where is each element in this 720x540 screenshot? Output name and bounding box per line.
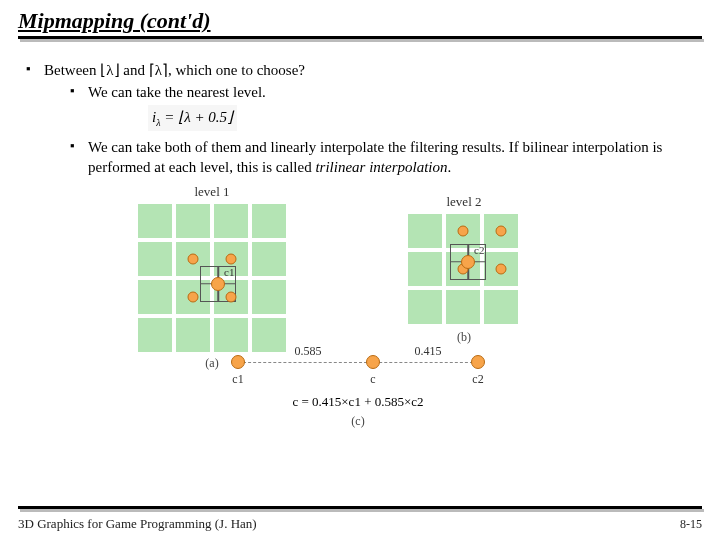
caption-b: (b) [408,330,520,345]
footer-rule [18,506,702,512]
sub-bullet-trilinear-suffix: . [448,159,452,175]
texel-dot [458,225,469,236]
title-rule [18,36,702,42]
page-number: 8-15 [680,517,702,532]
caption-c: (c) [228,414,488,429]
texel-dot [188,291,199,302]
footer-text: 3D Graphics for Game Programming (J. Han… [18,516,257,532]
bullet-list: Between ⌊λ⌋ and ⌈λ⌉, which one to choose… [18,60,702,178]
interp-dot-c2 [471,355,485,369]
interp-label-c2: c2 [472,372,483,387]
interp-line: 0.585 0.415 c1 c c2 [228,344,488,384]
slide-title: Mipmapping (cont'd) [18,8,702,34]
sample-dot-c2 [461,255,475,269]
slide-container: Mipmapping (cont'd) Between ⌊λ⌋ and ⌈λ⌉,… [0,0,720,540]
interp-label-c: c [370,372,375,387]
weight-2: 0.415 [415,344,442,359]
interp-label-c1: c1 [232,372,243,387]
texel-dot [226,253,237,264]
interp-formula: c = 0.415×c1 + 0.585×c2 [228,394,488,410]
sub-bullet-trilinear: We can take both of them and linearly in… [70,137,702,178]
texel-dot [226,291,237,302]
sample-dot-c1 [211,277,225,291]
figure-level1: level 1 c1 (a) [138,184,286,371]
sub-bullet-nearest: We can take the nearest level. iλ = ⌊λ +… [70,82,702,131]
sub-bullet-nearest-text: We can take the nearest level. [88,84,266,100]
weight-1: 0.585 [295,344,322,359]
sub-bullet-list: We can take the nearest level. iλ = ⌊λ +… [44,82,702,177]
figure-interp: 0.585 0.415 c1 c c2 c = 0.415×c1 + 0.585… [228,344,488,429]
level2-label: level 2 [408,194,520,210]
level1-label: level 1 [138,184,286,200]
grid-4x4: c1 [138,204,286,352]
figure-area: level 1 c1 (a) level 2 [18,184,702,434]
texel-dot [188,253,199,264]
interp-dot-c1 [231,355,245,369]
formula-nearest-row: iλ = ⌊λ + 0.5⌋ [88,105,702,132]
bullet-main-text: Between ⌊λ⌋ and ⌈λ⌉, which one to choose… [44,62,305,78]
texel-dot [496,263,507,274]
c1-label: c1 [224,266,234,278]
c2-label: c2 [474,244,484,256]
formula-nearest: iλ = ⌊λ + 0.5⌋ [148,105,237,132]
figure-level2: level 2 c2 (b) [408,194,520,345]
texel-dot [496,225,507,236]
grid-3x3: c2 [408,214,520,326]
interp-dot-c [366,355,380,369]
bullet-main: Between ⌊λ⌋ and ⌈λ⌉, which one to choose… [26,60,702,178]
sub-bullet-trilinear-em: trilinear interpolation [315,159,447,175]
